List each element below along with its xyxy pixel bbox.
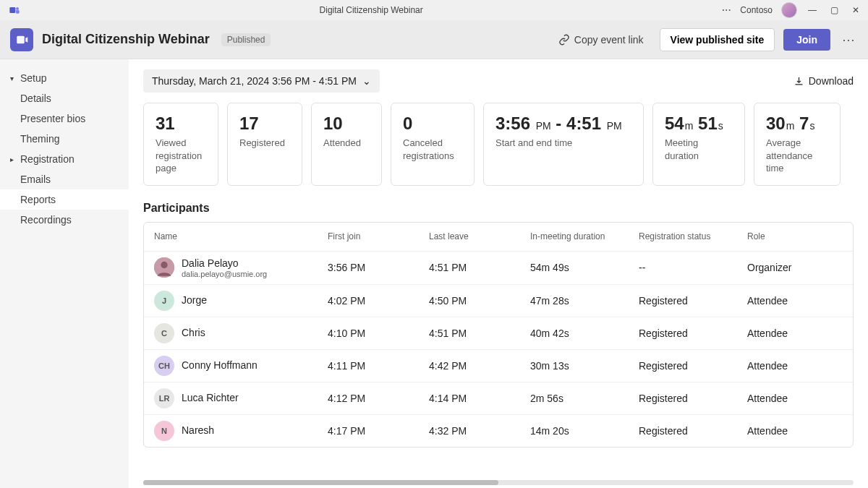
cell-first-join: 4:02 PM [328, 295, 429, 307]
participants-title: Participants [143, 202, 854, 215]
sidebar-item-presenter-bios[interactable]: Presenter bios [0, 108, 129, 129]
org-name: Contoso [740, 5, 773, 15]
card-registered-label: Registered [239, 137, 290, 150]
date-range-picker[interactable]: Thursday, March 21, 2024 3:56 PM - 4:51 … [143, 69, 380, 93]
sidebar-item-emails[interactable]: Emails [0, 169, 129, 189]
table-row[interactable]: CChris4:10 PM4:51 PM40m 42sRegisteredAtt… [144, 317, 853, 349]
copy-event-link-button[interactable]: Copy event link [551, 30, 651, 50]
participant-name: Chris [182, 327, 205, 339]
cell-role: Organizer [747, 262, 848, 273]
table-row[interactable]: NNaresh4:17 PM4:32 PM14m 20sRegisteredAt… [144, 414, 853, 447]
user-avatar[interactable] [781, 2, 797, 18]
sidebar-item-reports[interactable]: Reports [0, 189, 129, 210]
col-role[interactable]: Role [747, 231, 848, 241]
card-viewed-value: 31 [156, 114, 206, 134]
participant-avatar: LR [154, 388, 174, 408]
scrollbar-thumb[interactable] [143, 480, 498, 485]
window-titlebar: Digital Citizenship Webinar ··· Contoso … [0, 0, 868, 20]
teams-app-icon [9, 4, 20, 16]
cell-reg-status: Registered [639, 295, 747, 307]
view-published-site-button[interactable]: View published site [660, 28, 775, 51]
card-canceled-label: Canceled registrations [403, 137, 462, 162]
participant-cell: JJorge [154, 291, 328, 311]
col-first-join[interactable]: First join [328, 231, 429, 241]
svg-rect-3 [17, 35, 25, 43]
cell-reg-status: -- [639, 262, 747, 273]
svg-point-1 [16, 7, 19, 10]
card-registered-value: 17 [239, 114, 290, 134]
sidebar: ▾Setup Details Presenter bios Theming ▸R… [0, 59, 129, 488]
cell-first-join: 4:12 PM [328, 393, 429, 404]
event-title: Digital Citizenship Webinar [42, 32, 210, 47]
card-canceled-value: 0 [403, 114, 462, 134]
horizontal-scrollbar[interactable] [143, 480, 854, 485]
chevron-down-icon: ⌄ [362, 75, 371, 87]
participants-table: Name First join Last leave In-meeting du… [143, 222, 854, 448]
participant-cell: CHConny Hoffmann [154, 356, 328, 376]
participant-avatar: J [154, 291, 174, 311]
card-start-end-label: Start and end time [495, 137, 631, 150]
participant-cell: Dalia Pelayodalia.pelayo@usmie.org [154, 257, 328, 278]
participant-avatar: C [154, 323, 174, 343]
download-icon [793, 76, 804, 87]
sidebar-item-recordings[interactable]: Recordings [0, 210, 129, 230]
card-start-end-value: 3:56 PM - 4:51 PM [495, 114, 631, 134]
titlebar-more-icon[interactable]: ··· [722, 5, 731, 15]
cell-last-leave: 4:42 PM [429, 360, 530, 372]
svg-rect-2 [16, 10, 20, 14]
cell-reg-status: Registered [639, 425, 747, 437]
card-avg-label: Average attendance time [766, 137, 828, 175]
table-row[interactable]: CHConny Hoffmann4:11 PM4:42 PM30m 13sReg… [144, 349, 853, 382]
cell-duration: 30m 13s [530, 360, 639, 372]
cell-role: Attendee [747, 328, 848, 339]
col-reg-status[interactable]: Registration status [639, 231, 747, 241]
maximize-button[interactable]: ▢ [827, 5, 841, 15]
minimize-button[interactable]: — [806, 5, 819, 15]
download-button[interactable]: Download [793, 75, 854, 87]
card-start-end: 3:56 PM - 4:51 PMStart and end time [483, 103, 644, 186]
cell-duration: 2m 56s [530, 393, 639, 404]
card-registered: 17Registered [227, 103, 302, 186]
status-badge: Published [221, 33, 271, 46]
sidebar-section-registration[interactable]: ▸Registration [0, 149, 129, 169]
cell-role: Attendee [747, 360, 848, 372]
header-more-icon[interactable]: ⋯ [839, 32, 858, 48]
date-range-label: Thursday, March 21, 2024 3:56 PM - 4:51 … [152, 75, 357, 87]
cell-reg-status: Registered [639, 393, 747, 404]
participant-name: Luca Richter [182, 392, 239, 404]
cell-duration: 40m 42s [530, 328, 639, 339]
sidebar-item-details[interactable]: Details [0, 88, 129, 108]
participant-cell: CChris [154, 323, 328, 343]
participant-name: Jorge [182, 294, 207, 307]
col-in-meeting[interactable]: In-meeting duration [530, 231, 639, 241]
close-button[interactable]: ✕ [849, 5, 862, 15]
link-icon [558, 34, 570, 46]
window-title: Digital Citizenship Webinar [20, 5, 722, 15]
table-row[interactable]: JJorge4:02 PM4:50 PM47m 28sRegisteredAtt… [144, 284, 853, 317]
join-button[interactable]: Join [783, 29, 830, 51]
cell-first-join: 4:10 PM [328, 328, 429, 339]
card-duration-value: 54m 51s [665, 114, 733, 134]
event-type-icon [10, 28, 33, 51]
copy-event-link-label: Copy event link [574, 34, 644, 46]
cell-reg-status: Registered [639, 328, 747, 339]
participant-name: Dalia Pelayo [182, 257, 267, 270]
table-row[interactable]: LRLuca Richter4:12 PM4:14 PM2m 56sRegist… [144, 382, 853, 414]
card-attended-label: Attended [323, 137, 370, 150]
card-viewed-label: Viewed registration page [156, 137, 206, 175]
col-name[interactable]: Name [154, 231, 328, 241]
sidebar-item-theming[interactable]: Theming [0, 129, 129, 149]
caret-down-icon: ▾ [10, 74, 17, 82]
sidebar-section-setup[interactable]: ▾Setup [0, 68, 129, 88]
table-header: Name First join Last leave In-meeting du… [144, 223, 853, 252]
participant-cell: LRLuca Richter [154, 388, 328, 408]
participant-avatar [154, 257, 174, 278]
sidebar-setup-label: Setup [20, 72, 47, 84]
svg-rect-0 [9, 7, 15, 13]
cell-reg-status: Registered [639, 360, 747, 372]
card-duration-label: Meeting duration [665, 137, 733, 162]
col-last-leave[interactable]: Last leave [429, 231, 530, 241]
cell-duration: 54m 49s [530, 262, 639, 273]
svg-point-5 [161, 262, 167, 268]
table-row[interactable]: Dalia Pelayodalia.pelayo@usmie.org3:56 P… [144, 252, 853, 284]
